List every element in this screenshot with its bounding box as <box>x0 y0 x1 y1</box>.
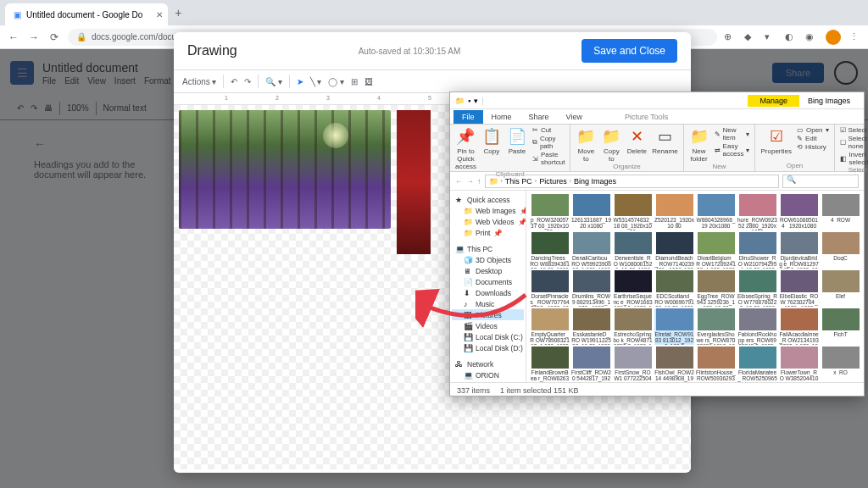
select-none-button[interactable]: ☐ Select none <box>840 135 868 150</box>
manage-tab[interactable]: Manage <box>748 95 799 107</box>
copy-to-button[interactable]: 📁Copy to <box>601 126 621 163</box>
file-thumbnail[interactable]: DiamondBeach_ ROW7140239430_ 1920x1080 <box>654 232 694 269</box>
invert-selection-button[interactable]: ◧ Invert selection <box>840 151 868 166</box>
up-icon[interactable]: ↑ <box>477 177 481 186</box>
tab-share[interactable]: Share <box>520 110 558 124</box>
file-thumbnail[interactable]: DancingTrees_RO W8839436128_19 20x1080 <box>530 232 570 269</box>
easy-access-button[interactable]: ⇄ Easy access ▾ <box>715 142 750 158</box>
profile-icon[interactable] <box>826 30 841 45</box>
open-button[interactable]: ▭ Open ▾ <box>797 126 829 134</box>
nav-this-pc[interactable]: 💻This PC <box>452 243 524 254</box>
reload-icon[interactable]: ⟳ <box>47 31 61 43</box>
file-thumbnail[interactable]: EibseeSpring_RO W7788780225_19 20x1080 <box>737 270 777 307</box>
copy-path-button[interactable]: ⧉ Copy path <box>532 135 565 150</box>
file-thumbnail[interactable]: EggTree_ROW943 3259236_1920x10 80 <box>696 270 736 307</box>
back-icon[interactable]: ← <box>7 31 20 43</box>
file-thumbnail[interactable]: Elef <box>821 270 860 307</box>
file-thumbnail[interactable]: DjurdjevicaBridg e_ROW81297142 0_1920x10… <box>779 232 819 269</box>
nav-web-images[interactable]: 📁Web Images 📌 <box>452 205 524 216</box>
file-thumbnail[interactable]: 1261331887_1920 x1080 <box>571 194 611 230</box>
nav-documents[interactable]: 📄Documents <box>452 276 524 287</box>
file-thumbnail[interactable]: W8804328968_19 20x1080 <box>696 194 736 230</box>
new-tab-button[interactable]: + <box>175 6 181 19</box>
paste-shortcut-button[interactable]: ⇲ Paste shortcut <box>532 151 565 166</box>
file-thumbnail[interactable]: hore_ROW092352 2880_1920x1080 <box>737 194 777 230</box>
nav-downloads[interactable]: ⬇Downloads <box>452 287 524 298</box>
tab-picture-tools[interactable]: Picture Tools <box>616 110 676 124</box>
tab-file[interactable]: File <box>453 110 483 124</box>
nav-quick-access[interactable]: ★Quick access <box>452 194 524 205</box>
file-thumbnail[interactable]: FlintstonHouse_ ROW5093629357_ 1920x1080 <box>696 347 736 382</box>
new-item-button[interactable]: ✎ New item ▾ <box>715 126 750 141</box>
zoom-icon[interactable]: 🔍 ▾ <box>265 77 282 86</box>
move-to-button[interactable]: 📁Move to <box>576 126 596 163</box>
close-icon[interactable]: ✕ <box>156 10 163 19</box>
file-thumbnail[interactable]: ElbeElastic_ROW 762302704_1920x 1080 <box>779 270 819 307</box>
file-thumbnail[interactable]: EmptyQuarter_R OW7890832163_1 920x1080 <box>530 308 570 345</box>
file-thumbnail[interactable]: Derwentisle_RO W1080001526_19 20x1080 <box>613 232 653 269</box>
file-thumbnail[interactable]: FlshOwl_ROW214 4498908_1920x10 80 <box>654 347 694 382</box>
forward-icon[interactable]: → <box>27 31 41 43</box>
file-thumbnail[interactable]: DorsetPinnacles_ ROW7077647092_ 1920x108… <box>530 270 570 307</box>
file-thumbnail[interactable]: 4_ROW <box>821 194 860 230</box>
file-thumbnail[interactable]: Z520123_1920x10 80 <box>654 194 694 230</box>
ext-icon[interactable]: ◉ <box>805 31 817 43</box>
actions-menu[interactable]: Actions ▾ <box>182 77 216 86</box>
breadcrumb[interactable]: 📁› This PC› Pictures› Bing Images <box>485 175 780 188</box>
nav-desktop[interactable]: 🖥Desktop <box>452 265 524 276</box>
file-thumbnail[interactable]: EarthriseSequenc e_ROW16836064 8_1920x10… <box>613 270 653 307</box>
inserted-image-red[interactable] <box>397 110 431 254</box>
explorer-search[interactable]: 🔍 <box>782 175 859 188</box>
file-thumbnail[interactable]: FichT <box>821 308 860 345</box>
paste-button[interactable]: 📄Paste <box>507 126 527 155</box>
image-tool-icon[interactable]: 🖼 <box>364 77 373 86</box>
file-thumbnail[interactable]: FloridaManatee_ ROW5250965927_ 1920x1080 <box>737 347 777 382</box>
nav-pictures[interactable]: 🖼Pictures <box>452 309 524 320</box>
file-thumbnail[interactable]: EvergladesShowe rs_ROW87008956 1810_1920… <box>696 308 736 345</box>
nav-network[interactable]: 🖧Network <box>452 358 524 369</box>
file-thumbnail[interactable]: x_RO <box>821 347 860 382</box>
ext-icon[interactable]: ▾ <box>765 31 776 43</box>
copy-button[interactable]: 📋Copy <box>481 126 502 155</box>
menu-icon[interactable]: ⋮ <box>849 31 861 43</box>
file-thumbnail[interactable]: DenaliCaribou_RO W5992390662_1 920x1080 <box>571 232 611 269</box>
save-and-close-button[interactable]: Save and Close <box>581 39 677 63</box>
file-thumbnail[interactable]: FirstCliff_ROW20 5442817_1920x1 080 <box>571 347 611 382</box>
nav-local-d[interactable]: 💾Local Disk (D:) <box>452 342 524 353</box>
ext-icon[interactable]: ◆ <box>744 31 756 43</box>
qat-icon[interactable]: ▪ <box>468 97 470 105</box>
delete-button[interactable]: ✕Delete <box>626 126 647 155</box>
history-button[interactable]: ⟲ History <box>797 143 829 151</box>
file-thumbnail[interactable]: W5314574832_18 00_1920x1080 <box>613 194 653 230</box>
ext-icon[interactable]: ⊕ <box>724 31 736 43</box>
nav-orion[interactable]: 💻ORION <box>452 369 524 380</box>
cut-button[interactable]: ✂ Cut <box>532 126 565 134</box>
redo-icon[interactable]: ↷ <box>244 77 251 86</box>
file-thumbnail[interactable]: FablondRockhopp ers_ROW6905748 2_1920x10… <box>737 308 777 345</box>
inserted-image-forest[interactable] <box>179 110 391 229</box>
file-thumbnail[interactable]: FlowerTown_RO W3852044104_19 20x1080 <box>779 347 819 382</box>
shape-tool-icon[interactable]: ◯ ▾ <box>328 77 344 86</box>
file-thumbnail[interactable]: EDCScotland_RO W0069679128_19 20x1080 <box>654 270 694 307</box>
select-tool-icon[interactable]: ➤ <box>297 77 303 86</box>
file-thumbnail[interactable]: FallAcacdiaInne_R OW21341935303_1 920x10… <box>779 308 819 345</box>
nav-local-c[interactable]: 💾Local Disk (C:) <box>452 331 524 342</box>
ext-icon[interactable]: ◐ <box>785 31 797 43</box>
nav-web-videos[interactable]: 📁Web Videos 📌 <box>452 216 524 227</box>
file-thumbnail[interactable]: DogC <box>821 232 860 269</box>
new-folder-button[interactable]: 📁New folder <box>689 126 709 163</box>
textbox-tool-icon[interactable]: ⊞ <box>351 77 358 86</box>
tab-view[interactable]: View <box>558 110 591 124</box>
select-all-button[interactable]: ☑ Select all <box>840 126 868 134</box>
file-thumbnail[interactable]: Drumlins_ROW9 882913496_1920x 1080 <box>571 270 611 307</box>
file-thumbnail[interactable]: DivariBelgium_R OW1720924132_1 920x1080 <box>696 232 736 269</box>
nav-print[interactable]: 📁Print 📌 <box>452 227 524 238</box>
file-thumbnail[interactable]: Etretat_ROW9183 813012_1920x108 0 <box>654 308 694 345</box>
file-thumbnail[interactable]: FirstSnow_ROW1 077222504_1920x 1080 <box>613 347 653 382</box>
nav-videos[interactable]: 🎬Videos <box>452 320 524 331</box>
file-thumbnail[interactable]: DinoShower_RO W2107942954_19 20x1080 <box>737 232 777 269</box>
forward-icon[interactable]: → <box>466 177 474 186</box>
file-thumbnail[interactable]: EsskastanieD_RO W1991122582_19 20x1080 <box>571 308 611 345</box>
file-thumbnail[interactable]: p_ROW32005737 60_1920x1080 <box>530 194 570 230</box>
line-tool-icon[interactable]: ╲ ▾ <box>310 77 322 86</box>
